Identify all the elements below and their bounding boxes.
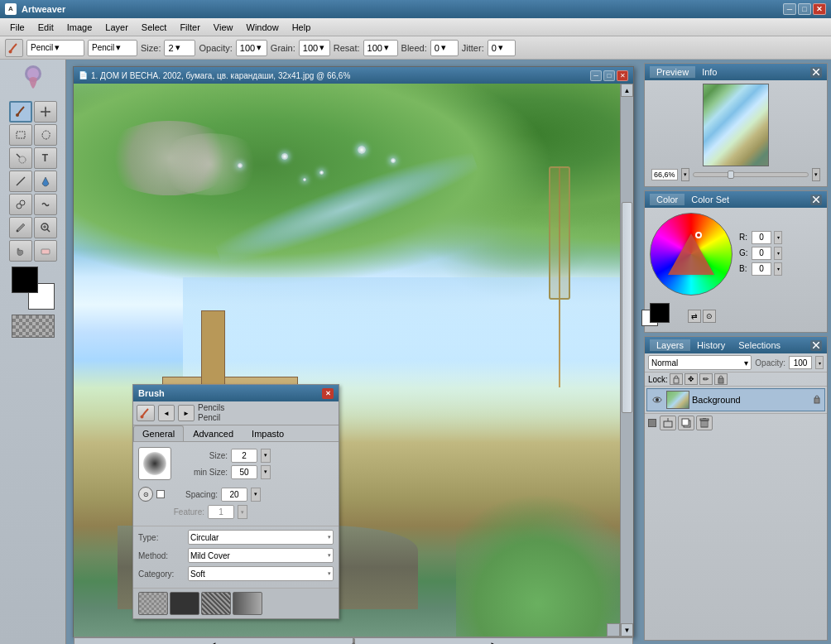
lock-move-btn[interactable]: ✥ bbox=[684, 373, 698, 385]
text-tool-btn[interactable]: T bbox=[34, 147, 57, 169]
brush-tab-impasto[interactable]: Impasto bbox=[243, 425, 293, 441]
close-button[interactable]: ✕ bbox=[813, 3, 826, 15]
preview-tab-info[interactable]: Info bbox=[695, 66, 723, 78]
brush-variant-dropdown[interactable]: Pencil ▾ bbox=[88, 40, 137, 56]
foreground-color-swatch[interactable] bbox=[12, 267, 38, 293]
minsize-param-arrow[interactable]: ▾ bbox=[261, 465, 271, 479]
new-layer-btn[interactable] bbox=[678, 416, 694, 430]
brush-thumb-4[interactable] bbox=[233, 592, 262, 615]
b-arrow[interactable]: ▾ bbox=[774, 262, 782, 276]
menu-layer[interactable]: Layer bbox=[98, 21, 135, 34]
color-wheel[interactable] bbox=[650, 213, 733, 296]
color-panel-close[interactable] bbox=[810, 195, 822, 205]
vertical-scrollbar[interactable]: ▲ ▼ bbox=[620, 84, 633, 637]
menu-select[interactable]: Select bbox=[135, 21, 174, 34]
type-select[interactable]: Circular ▾ bbox=[188, 530, 334, 545]
line-tool-btn[interactable] bbox=[9, 171, 32, 192]
brush-tab-general[interactable]: General bbox=[133, 425, 184, 441]
zoom-dropdown-btn[interactable]: ▾ bbox=[681, 168, 689, 181]
menu-file[interactable]: File bbox=[3, 21, 31, 34]
horizontal-scrollbar[interactable]: ◄ ◆ ► bbox=[74, 637, 633, 644]
brush-thumb-1[interactable] bbox=[138, 592, 168, 615]
feature-value[interactable]: 1 bbox=[208, 505, 234, 519]
r-value[interactable]: 0 bbox=[752, 231, 771, 244]
doc-minimize-btn[interactable]: ─ bbox=[590, 70, 602, 81]
doc-restore-btn[interactable]: □ bbox=[603, 70, 615, 81]
zoom-max-btn[interactable]: ▾ bbox=[812, 168, 820, 181]
grain-input[interactable]: 100▾ bbox=[299, 40, 330, 56]
fill-tool-btn[interactable] bbox=[34, 171, 57, 192]
smudge-tool-btn[interactable] bbox=[34, 194, 57, 215]
add-layer-btn[interactable] bbox=[660, 416, 676, 430]
scroll-thumb-v[interactable] bbox=[622, 202, 632, 412]
zoom-slider-thumb[interactable] bbox=[728, 171, 734, 179]
b-value[interactable]: 0 bbox=[752, 262, 771, 276]
color-tab-color[interactable]: Color bbox=[650, 194, 684, 205]
eyedropper-btn[interactable] bbox=[9, 217, 32, 238]
eraser-btn[interactable] bbox=[34, 240, 57, 262]
scroll-down-btn[interactable]: ▼ bbox=[621, 623, 633, 637]
brush-panel-close[interactable]: ✕ bbox=[322, 388, 334, 399]
layers-panel-close[interactable] bbox=[810, 340, 822, 351]
layers-tab-selections[interactable]: Selections bbox=[732, 339, 787, 351]
brush-tool-btn[interactable] bbox=[9, 101, 32, 123]
brush-preset-dropdown[interactable]: Pencil ▾ bbox=[26, 40, 84, 56]
brush-prev-btn[interactable]: ◄ bbox=[158, 405, 175, 421]
opacity-input[interactable]: 100▾ bbox=[236, 40, 267, 56]
magic-wand-btn[interactable] bbox=[9, 147, 32, 169]
zoom-slider-track[interactable] bbox=[693, 172, 809, 177]
zoom-btn[interactable] bbox=[34, 217, 57, 238]
scroll-up-btn[interactable]: ▲ bbox=[621, 84, 633, 97]
reset-colors-btn[interactable]: ⊙ bbox=[703, 310, 716, 323]
blend-mode-select[interactable]: Normal ▾ bbox=[648, 355, 752, 370]
resat-input[interactable]: 100▾ bbox=[363, 40, 398, 56]
rect-select-btn[interactable] bbox=[9, 124, 32, 146]
lasso-select-btn[interactable] bbox=[34, 124, 57, 146]
lock-transparent-btn[interactable] bbox=[670, 373, 683, 385]
layers-tab-history[interactable]: History bbox=[690, 339, 732, 351]
spacing-arrow[interactable]: ▾ bbox=[251, 488, 261, 502]
minimize-button[interactable]: ─ bbox=[783, 3, 796, 15]
brush-next-btn[interactable]: ► bbox=[178, 405, 195, 421]
method-select[interactable]: Mild Cover ▾ bbox=[188, 548, 334, 563]
menu-window[interactable]: Window bbox=[240, 21, 286, 34]
lock-paint-btn[interactable]: ✏ bbox=[699, 373, 713, 385]
minsize-param-value[interactable]: 50 bbox=[231, 465, 257, 479]
fg-color-swatch[interactable] bbox=[650, 303, 670, 323]
brush-tab-advanced[interactable]: Advanced bbox=[184, 425, 243, 441]
menu-filter[interactable]: Filter bbox=[173, 21, 206, 34]
layers-tab-layers[interactable]: Layers bbox=[650, 339, 690, 351]
hand-btn[interactable] bbox=[9, 240, 32, 262]
spacing-checkbox[interactable] bbox=[156, 490, 165, 498]
color-tab-colorset[interactable]: Color Set bbox=[684, 194, 736, 205]
layer-visibility-btn[interactable] bbox=[651, 393, 664, 406]
size-param-arrow[interactable]: ▾ bbox=[261, 449, 271, 463]
g-value[interactable]: 0 bbox=[752, 247, 771, 260]
jitter-input[interactable]: 0▾ bbox=[488, 40, 516, 56]
maximize-button[interactable]: □ bbox=[798, 3, 811, 15]
move-tool-btn[interactable] bbox=[34, 101, 57, 123]
size-param-value[interactable]: 2 bbox=[231, 449, 257, 463]
delete-layer-btn[interactable] bbox=[696, 416, 713, 430]
size-input[interactable]: 2▾ bbox=[164, 40, 195, 56]
brush-thumb-2[interactable] bbox=[170, 592, 199, 615]
opacity-arrow[interactable]: ▾ bbox=[815, 356, 824, 369]
category-select[interactable]: Soft ▾ bbox=[188, 566, 334, 581]
preview-tab-preview[interactable]: Preview bbox=[650, 66, 695, 78]
menu-help[interactable]: Help bbox=[286, 21, 318, 34]
zoom-value[interactable]: 66,6% bbox=[651, 169, 678, 180]
color-swatches[interactable] bbox=[12, 267, 55, 310]
swap-colors-btn[interactable]: ⇄ bbox=[688, 310, 701, 323]
menu-image[interactable]: Image bbox=[60, 21, 99, 34]
preview-panel-close[interactable] bbox=[810, 67, 822, 78]
menu-view[interactable]: View bbox=[207, 21, 240, 34]
opacity-value[interactable]: 100 bbox=[789, 356, 812, 369]
brush-thumb-3[interactable] bbox=[201, 592, 231, 615]
scroll-track-v[interactable] bbox=[621, 97, 633, 623]
layer-color-indicator[interactable] bbox=[648, 419, 656, 427]
pattern-button[interactable] bbox=[12, 315, 55, 338]
scroll-right-btn[interactable]: ► bbox=[353, 637, 633, 644]
menu-edit[interactable]: Edit bbox=[31, 21, 60, 34]
g-arrow[interactable]: ▾ bbox=[774, 247, 782, 260]
r-arrow[interactable]: ▾ bbox=[774, 231, 782, 244]
